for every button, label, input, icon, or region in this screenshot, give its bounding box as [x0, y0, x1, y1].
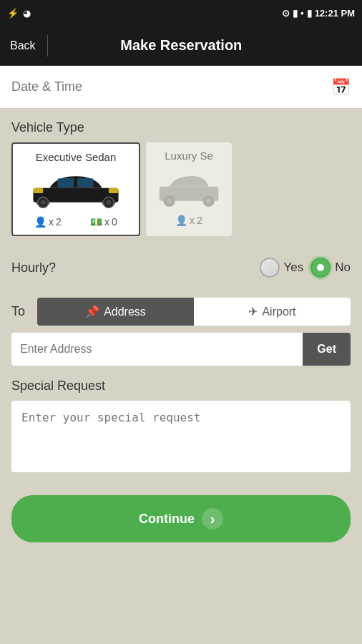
- status-bar: ⚡ ◕ ⊙ ▮ ▪ ▮ 12:21 PM: [0, 0, 362, 26]
- hourly-radio-group: Yes No: [260, 258, 351, 278]
- wifi-icon: ⊙: [282, 8, 290, 19]
- address-tab-label: Address: [104, 306, 146, 318]
- page-title: Make Reservation: [54, 37, 309, 54]
- vehicle-type-label: Vehicle Type: [0, 109, 362, 142]
- vehicle-image-executive: [20, 167, 132, 210]
- svg-rect-8: [77, 177, 94, 187]
- to-section: To 📌 Address ✈ Airport: [0, 288, 362, 326]
- android-icon: ◕: [23, 8, 31, 19]
- back-label: Back: [10, 39, 36, 52]
- vehicle-card-executive[interactable]: Executive Sedan: [11, 142, 140, 236]
- vehicle-card-luxury[interactable]: Luxury Se 👤 x 2: [146, 142, 232, 236]
- continue-button[interactable]: Continue ›: [11, 495, 351, 542]
- hourly-no-label: No: [335, 260, 351, 275]
- spec-passengers-luxury: 👤 x 2: [175, 215, 202, 226]
- special-request-input[interactable]: [11, 401, 351, 472]
- hourly-no-option[interactable]: No: [310, 258, 351, 278]
- hourly-label: Hourly?: [11, 260, 56, 275]
- vehicle-specs-luxury: 👤 x 2: [153, 215, 225, 226]
- airport-tab-label: Airport: [262, 306, 295, 318]
- datetime-input[interactable]: [11, 79, 331, 94]
- hourly-section: Hourly? Yes No: [0, 248, 362, 288]
- signal-icon: ▪: [300, 8, 304, 19]
- address-row: Get: [11, 333, 351, 366]
- time-display: 12:21 PM: [315, 8, 355, 19]
- to-label: To: [11, 304, 29, 319]
- svg-point-13: [167, 198, 172, 203]
- special-request-label: Special Request: [11, 379, 351, 394]
- header: Back Make Reservation: [0, 26, 362, 66]
- hourly-no-radio[interactable]: [310, 258, 331, 278]
- sim-icon: ▮: [293, 8, 298, 19]
- hourly-yes-radio[interactable]: [260, 258, 280, 278]
- person-icon: 👤: [34, 216, 47, 228]
- status-icons-right: ⊙ ▮ ▪ ▮ 12:21 PM: [282, 8, 355, 19]
- plane-icon: ✈: [248, 305, 258, 318]
- status-icons-left: ⚡ ◕: [7, 8, 31, 19]
- back-button[interactable]: Back: [10, 36, 41, 55]
- vehicle-name-executive: Executive Sedan: [20, 151, 132, 163]
- battery-icon: ▮: [307, 8, 312, 19]
- svg-point-15: [206, 198, 211, 203]
- hourly-yes-label: Yes: [284, 260, 304, 275]
- vehicle-cards-container: Executive Sedan: [0, 142, 362, 248]
- vehicle-specs-executive: 👤 x 2 💵 x 0: [20, 216, 132, 228]
- svg-point-6: [106, 200, 111, 205]
- datetime-section: 📅: [0, 66, 362, 109]
- continue-label: Continue: [139, 512, 195, 527]
- airport-tab[interactable]: ✈ Airport: [194, 298, 351, 326]
- continue-arrow-icon: ›: [202, 508, 223, 530]
- bag-icon: 💵: [90, 216, 102, 228]
- address-input[interactable]: [11, 333, 303, 366]
- location-pin-icon: 📌: [85, 305, 99, 318]
- person-icon-luxury: 👤: [175, 215, 187, 226]
- special-request-section: Special Request: [0, 366, 362, 482]
- hourly-yes-option[interactable]: Yes: [260, 258, 304, 278]
- svg-rect-10: [109, 187, 119, 192]
- usb-icon: ⚡: [7, 8, 19, 19]
- header-divider: [47, 35, 48, 57]
- address-tab[interactable]: 📌 Address: [37, 298, 194, 326]
- vehicle-image-luxury: [153, 166, 225, 209]
- svg-point-4: [41, 200, 46, 205]
- svg-rect-7: [57, 177, 74, 187]
- vehicle-type-section: Vehicle Type Executive Sedan: [0, 109, 362, 248]
- spec-bags-executive: 💵 x 0: [90, 216, 117, 228]
- vehicle-name-luxury: Luxury Se: [153, 150, 225, 162]
- spec-passengers-executive: 👤 x 2: [34, 216, 62, 228]
- get-button[interactable]: Get: [303, 333, 351, 366]
- to-toggle-group: 📌 Address ✈ Airport: [37, 298, 351, 326]
- svg-rect-9: [33, 187, 43, 192]
- calendar-icon[interactable]: 📅: [331, 78, 351, 97]
